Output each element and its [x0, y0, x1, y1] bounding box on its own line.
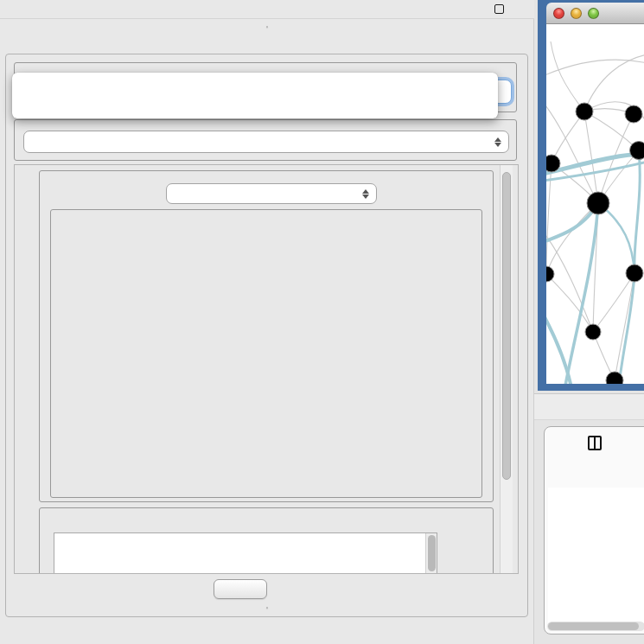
number-of-intervals-combobox[interactable]: [166, 183, 377, 204]
control-panel: [0, 0, 534, 644]
column-layout-icon[interactable]: [588, 436, 602, 450]
zoom-traffic-light-icon[interactable]: [588, 8, 599, 19]
numerical-attributes-list: [54, 532, 437, 574]
network-node-gal4[interactable]: [587, 192, 609, 214]
table-toolbar: [545, 427, 644, 462]
settings-scroll-area: [14, 164, 519, 574]
right-region: [534, 0, 644, 644]
float-window-icon[interactable]: [494, 4, 504, 14]
stepper-arrows-icon: [491, 137, 505, 147]
table-data-combobox[interactable]: [23, 131, 509, 153]
node-table: [548, 466, 644, 488]
network-node-hap2[interactable]: [585, 324, 601, 340]
scrollbar-thumb[interactable]: [548, 622, 639, 630]
stepper-arrows-icon: [359, 189, 373, 199]
table-horizontal-scrollbar: [547, 622, 644, 631]
dropdown-prompt: [12, 73, 498, 75]
algorithm-dropdown-popup: [12, 73, 498, 118]
network-canvas[interactable]: [546, 24, 644, 384]
scrollbar-thumb[interactable]: [502, 172, 511, 480]
network-node-gal11[interactable]: [546, 155, 560, 172]
network-node-partial-top-right[interactable]: [625, 105, 642, 123]
interval-definition-group: [39, 170, 494, 502]
control-panel-titlebar: [0, 0, 534, 19]
network-node-gcy1[interactable]: [546, 266, 554, 282]
minimize-traffic-light-icon[interactable]: [571, 8, 582, 19]
apply-button[interactable]: [214, 579, 267, 599]
list-scrollbar: [425, 533, 437, 574]
thresholds-group: [50, 209, 482, 498]
network-node-selected-red[interactable]: [630, 142, 644, 160]
top-tab-bar: [0, 26, 534, 28]
table-panel: [544, 426, 644, 634]
bottom-tab-bar: [0, 607, 534, 609]
network-node-h[interactable]: [626, 265, 643, 282]
table-data-group: [14, 119, 517, 161]
network-node-gal80[interactable]: [576, 103, 593, 120]
network-window-titlebar[interactable]: [546, 3, 644, 24]
scrollbar-thumb[interactable]: [428, 535, 436, 571]
table-panel-header: [534, 393, 644, 420]
panel-scrollbar: [500, 165, 513, 573]
close-traffic-light-icon[interactable]: [553, 8, 564, 19]
network-view-window: [538, 0, 644, 391]
attributes-group: [39, 507, 494, 574]
